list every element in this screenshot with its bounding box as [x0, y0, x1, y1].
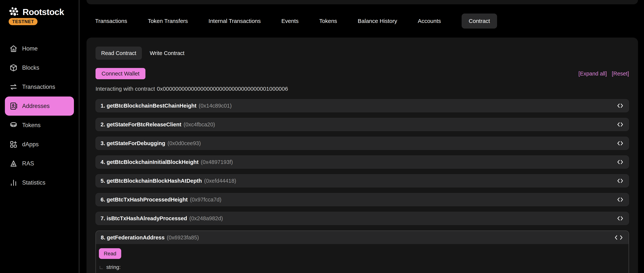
sidebar-item-label: Blocks	[22, 64, 39, 71]
function-row-header[interactable]: 7. isBtcTxHashAlreadyProcessed(0x248a982…	[96, 212, 629, 225]
sidebar-item-label: Addresses	[22, 103, 50, 109]
sidebar-item-transactions[interactable]: Transactions	[5, 77, 74, 97]
function-selector: (0x6923fa85)	[167, 234, 199, 241]
function-name: 3. getStateForDebugging	[100, 140, 165, 146]
function-name: 1. getBtcBlockchainBestChainHeight	[100, 103, 196, 109]
function-name: 8. getFederationAddress	[101, 234, 164, 241]
function-selector: (0x97fcca7d)	[190, 197, 222, 203]
function-expanded-body: Read∟string:	[96, 244, 628, 273]
sidebar-item-label: Transactions	[22, 84, 55, 90]
sidebar-item-label: Tokens	[22, 122, 40, 129]
addresses-icon	[10, 102, 18, 110]
brand-logo[interactable]: Rootstock	[9, 7, 64, 17]
sidebar-item-label: Home	[22, 45, 38, 52]
interacting-label: Interacting with contract	[96, 86, 155, 92]
transactions-icon	[10, 83, 18, 91]
home-icon	[10, 45, 18, 53]
function-list: 1. getBtcBlockchainBestChainHeight(0x14c…	[96, 99, 629, 273]
output-corner-mark: ∟	[99, 264, 104, 270]
previous-panel-edge	[86, 0, 638, 4]
tab-transactions[interactable]: Transactions	[95, 18, 127, 24]
function-name: 5. getBtcBlockchainBlockHashAtDepth	[100, 178, 202, 184]
contract-subtabs: Read ContractWrite Contract	[96, 47, 629, 60]
sidebar-item-statistics[interactable]: Statistics	[5, 173, 74, 192]
sidebar-item-label: Statistics	[22, 179, 46, 186]
read-button[interactable]: Read	[99, 248, 121, 259]
code-icon[interactable]	[614, 234, 624, 241]
ras-icon	[10, 159, 18, 168]
tab-internal-transactions[interactable]: Internal Transactions	[208, 18, 261, 24]
dapps-icon	[10, 140, 18, 149]
code-icon[interactable]	[616, 140, 624, 146]
function-selector: (0x248a982d)	[189, 215, 223, 221]
expand-all-link[interactable]: [Expand all]	[578, 71, 607, 77]
sidebar-item-dapps[interactable]: dApps	[5, 135, 74, 154]
contract-address: 0x00000000000000000000000000000000010000…	[157, 86, 288, 92]
app-root: Rootstock TESTNET HomeBlocksTransactions…	[0, 0, 644, 273]
function-row-header[interactable]: 6. getBtcTxHashProcessedHeight(0x97fcca7…	[96, 193, 629, 206]
function-row-header[interactable]: 2. getStateForBtcReleaseClient(0xc4fbca2…	[96, 118, 629, 131]
brand-name: Rootstock	[22, 7, 64, 17]
connect-wallet-button[interactable]: Connect Wallet	[96, 68, 146, 79]
function-row-header[interactable]: 8. getFederationAddress(0x6923fa85)	[96, 231, 628, 244]
sidebar-item-home[interactable]: Home	[5, 39, 74, 58]
sidebar-item-ras[interactable]: RAS	[5, 154, 74, 173]
subtab-write-contract[interactable]: Write Contract	[150, 50, 184, 56]
function-name: 2. getStateForBtcReleaseClient	[100, 121, 181, 128]
output-type-label: string:	[106, 264, 120, 270]
tab-accounts[interactable]: Accounts	[418, 18, 441, 24]
tab-bar: TransactionsToken TransfersInternal Tran…	[95, 14, 497, 29]
function-list-controls: [Expand all] [Reset]	[578, 71, 629, 77]
subtab-read-contract[interactable]: Read Contract	[96, 47, 142, 60]
code-icon[interactable]	[616, 196, 624, 203]
blocks-icon	[10, 64, 18, 72]
code-icon[interactable]	[616, 215, 624, 221]
code-icon[interactable]	[616, 121, 624, 128]
rootstock-logo-icon	[9, 7, 20, 17]
sidebar-item-addresses[interactable]: Addresses	[5, 97, 74, 116]
function-row-header[interactable]: 3. getStateForDebugging(0x0d0cee93)	[96, 137, 629, 150]
code-icon[interactable]	[616, 159, 624, 165]
contract-panel: Read ContractWrite Contract Connect Wall…	[86, 38, 638, 273]
tab-events[interactable]: Events	[282, 18, 299, 24]
interacting-line: Interacting with contract0x0000000000000…	[96, 86, 629, 92]
sidebar-item-label: dApps	[22, 141, 39, 148]
function-selector: (0xefd44418)	[204, 178, 236, 184]
code-icon[interactable]	[616, 178, 624, 184]
sidebar: Rootstock TESTNET HomeBlocksTransactions…	[0, 0, 79, 273]
tab-tokens[interactable]: Tokens	[319, 18, 337, 24]
function-selector: (0x0d0cee93)	[168, 140, 201, 146]
sidebar-item-label: RAS	[22, 160, 34, 167]
tab-balance-history[interactable]: Balance History	[358, 18, 397, 24]
function-row-header[interactable]: 1. getBtcBlockchainBestChainHeight(0x14c…	[96, 99, 629, 112]
function-selector: (0x14c89c01)	[199, 103, 232, 109]
tab-contract[interactable]: Contract	[462, 14, 497, 29]
actions-row: Connect Wallet [Expand all] [Reset]	[96, 68, 629, 79]
function-name: 4. getBtcBlockchainInitialBlockHeight	[100, 159, 198, 165]
function-row-header[interactable]: 5. getBtcBlockchainBlockHashAtDepth(0xef…	[96, 174, 629, 187]
sidebar-nav: HomeBlocksTransactionsAddressesTokensdAp…	[5, 39, 74, 192]
tokens-icon	[10, 121, 18, 129]
function-row-expanded: 8. getFederationAddress(0x6923fa85)Read∟…	[96, 230, 629, 273]
function-name: 6. getBtcTxHashProcessedHeight	[100, 197, 188, 203]
function-row-header[interactable]: 4. getBtcBlockchainInitialBlockHeight(0x…	[96, 155, 629, 169]
sidebar-item-blocks[interactable]: Blocks	[5, 58, 74, 77]
reset-link[interactable]: [Reset]	[612, 71, 629, 77]
sidebar-item-tokens[interactable]: Tokens	[5, 116, 74, 135]
tab-token-transfers[interactable]: Token Transfers	[148, 18, 188, 24]
statistics-icon	[10, 179, 18, 187]
function-output-row: ∟string:	[99, 264, 626, 270]
network-badge: TESTNET	[9, 18, 38, 25]
function-name: 7. isBtcTxHashAlreadyProcessed	[100, 215, 187, 221]
code-icon[interactable]	[616, 103, 624, 109]
function-selector: (0xc4fbca20)	[184, 121, 215, 128]
function-selector: (0x4897193f)	[201, 159, 233, 165]
